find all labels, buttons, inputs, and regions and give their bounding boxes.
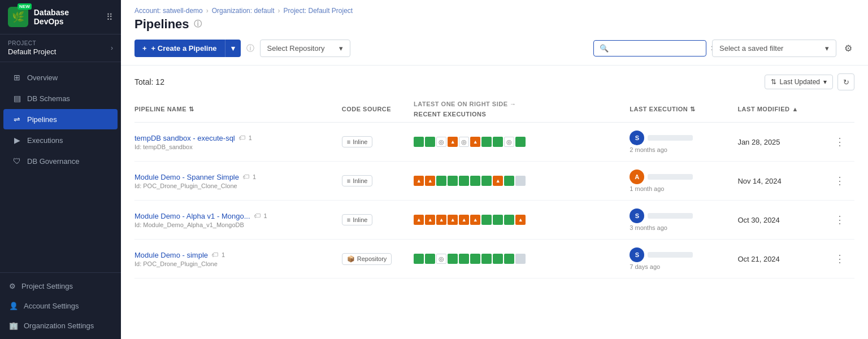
overview-icon: ⊞	[12, 73, 21, 82]
total-count: Total: 12	[134, 77, 164, 86]
filter-settings-button[interactable]: ⚙	[842, 41, 854, 56]
page-info-icon[interactable]: ⓘ	[194, 19, 202, 29]
pipeline-name-link[interactable]: Module Demo - simple	[134, 251, 208, 259]
project-settings-icon: ⚙	[9, 282, 16, 290]
pipeline-name-link[interactable]: tempDB sandbox - execute-sql	[134, 134, 235, 142]
code-source-badge: 📦Repository	[342, 253, 392, 265]
sidebar-item-executions[interactable]: ▶ Executions	[3, 130, 118, 150]
exec-time: 1 month ago	[630, 185, 726, 192]
select-repository-dropdown[interactable]: Select Repository ▾	[260, 40, 350, 57]
exec-time: 3 months ago	[630, 224, 726, 231]
executions-row: ▲▲▲	[414, 176, 618, 186]
code-source-icon: ≡	[347, 177, 350, 184]
avatar: S	[630, 208, 644, 223]
chevron-right-icon: ›	[111, 44, 113, 52]
project-name: Default Project	[8, 47, 56, 56]
summary-bar: Total: 12 ⇅ Last Updated ▾ ↻	[134, 66, 854, 96]
sidebar-item-db-governance[interactable]: 🛡 DB Governance	[3, 151, 118, 171]
table-row: Module Demo - Alpha v1 - Mongo... 🏷 1 Id…	[134, 201, 854, 240]
username-blur	[648, 252, 693, 258]
code-source-badge: ≡Inline	[342, 175, 373, 186]
th-last-modified[interactable]: LAST MODIFIED ▲	[732, 96, 826, 123]
breadcrumb-org[interactable]: Organization: default	[212, 7, 275, 15]
sidebar-item-db-schemas[interactable]: ▤ DB Schemas	[3, 88, 118, 108]
avatar: A	[630, 169, 644, 184]
tag-icon: 🏷	[242, 173, 249, 181]
avatar: S	[630, 131, 644, 145]
avatar: S	[630, 247, 644, 262]
brand-icon: 🌿 NEW	[8, 7, 28, 27]
executions-icon: ▶	[12, 136, 21, 145]
pipeline-id: Id: POC_Drone_Plugin_Clone	[134, 260, 331, 267]
pipeline-id: Id: Module_Demo_Alpha_v1_MongoDB	[134, 221, 331, 228]
sort-button[interactable]: ⇅ Last Updated ▾	[765, 75, 833, 89]
th-pipeline-name[interactable]: PIPELINE NAME ⇅	[134, 96, 336, 123]
exec-user: S	[630, 131, 726, 145]
search-box: 🔍 ✕	[593, 40, 706, 56]
row-more-button[interactable]: ⋮	[831, 172, 848, 189]
pipeline-name-link[interactable]: Module Demo - Spanner Simple	[134, 173, 239, 181]
sidebar-item-pipelines[interactable]: ⇌ Pipelines	[3, 109, 118, 129]
code-source-icon: ≡	[347, 216, 350, 223]
pipeline-id: Id: POC_Drone_Plugin_Clone_Clone	[134, 182, 331, 189]
sidebar-item-project-settings[interactable]: ⚙ Project Settings	[0, 276, 121, 296]
create-pipeline-main[interactable]: + + Create a Pipeline	[134, 40, 225, 57]
help-icon[interactable]: ⓘ	[246, 44, 254, 54]
db-governance-icon: 🛡	[12, 157, 21, 166]
page-title: Pipelines ⓘ	[134, 17, 854, 32]
create-pipeline-dropdown-arrow[interactable]: ▾	[225, 40, 241, 57]
account-settings-icon: 👤	[9, 302, 18, 310]
tag-icon: 🏷	[211, 251, 218, 259]
exec-time: 2 months ago	[630, 146, 726, 153]
table-header-row: PIPELINE NAME ⇅ CODE SOURCE latest one o…	[134, 96, 854, 123]
breadcrumb-account[interactable]: Account: satwell-demo	[134, 7, 203, 15]
db-schemas-label: DB Schemas	[27, 94, 70, 103]
last-modified-date: Oct 21, 2024	[737, 255, 779, 263]
code-source-icon: ≡	[347, 138, 350, 145]
last-modified-sort-icon: ▲	[792, 106, 798, 112]
breadcrumb-sep-1: ›	[206, 7, 209, 15]
topbar: Account: satwell-demo › Organization: de…	[121, 0, 868, 32]
executions-row: ◎▲◎▲◎	[414, 137, 618, 147]
th-recent-executions: latest one on right side → RECENT EXECUT…	[408, 96, 624, 123]
row-more-button[interactable]: ⋮	[831, 250, 848, 267]
exec-user: S	[630, 208, 726, 223]
select-repo-label: Select Repository	[267, 44, 325, 53]
code-source-icon: 📦	[347, 255, 355, 263]
sidebar-item-overview[interactable]: ⊞ Overview	[3, 67, 118, 88]
row-more-button[interactable]: ⋮	[831, 211, 848, 228]
username-blur	[648, 174, 693, 180]
pipeline-id: Id: tempDB_sandbox	[134, 144, 331, 150]
pipelines-label: Pipelines	[27, 115, 57, 124]
create-pipeline-button[interactable]: + + Create a Pipeline ▾	[134, 40, 241, 57]
breadcrumb-project[interactable]: Project: Default Project	[283, 7, 353, 15]
row-more-button[interactable]: ⋮	[831, 133, 848, 150]
org-settings-icon: 🏢	[9, 321, 18, 330]
breadcrumb-sep-2: ›	[277, 7, 280, 15]
sort-icon: ⇅	[771, 78, 776, 86]
grid-icon[interactable]: ⠿	[106, 12, 113, 23]
main-content: Account: satwell-demo › Organization: de…	[121, 0, 868, 339]
sidebar-project[interactable]: PROJECT Default Project ›	[0, 34, 121, 62]
code-source-badge: ≡Inline	[342, 214, 373, 225]
db-schemas-icon: ▤	[12, 94, 21, 103]
username-blur	[648, 135, 693, 141]
exec-user: A	[630, 169, 726, 184]
search-input[interactable]	[612, 44, 707, 53]
plus-icon: +	[142, 44, 147, 53]
last-modified-date: Nov 14, 2024	[737, 177, 781, 185]
sidebar-item-org-settings[interactable]: 🏢 Organization Settings	[0, 316, 121, 336]
refresh-button[interactable]: ↻	[837, 73, 854, 90]
th-last-execution[interactable]: LAST EXECUTION ⇅	[624, 96, 732, 123]
pipeline-name-link[interactable]: Module Demo - Alpha v1 - Mongo...	[134, 212, 250, 220]
select-filter-label: Select a saved filter	[719, 44, 783, 53]
pipelines-table: PIPELINE NAME ⇅ CODE SOURCE latest one o…	[134, 96, 854, 279]
sidebar-item-account-settings[interactable]: 👤 Account Settings	[0, 296, 121, 316]
pipelines-icon: ⇌	[12, 115, 21, 124]
last-modified-date: Oct 30, 2024	[737, 216, 779, 224]
brand-new-badge: NEW	[18, 3, 32, 10]
org-settings-label: Organization Settings	[24, 321, 94, 330]
username-blur	[648, 213, 693, 219]
select-saved-filter-dropdown[interactable]: Select a saved filter ▾	[712, 40, 836, 57]
db-governance-label: DB Governance	[27, 157, 80, 166]
